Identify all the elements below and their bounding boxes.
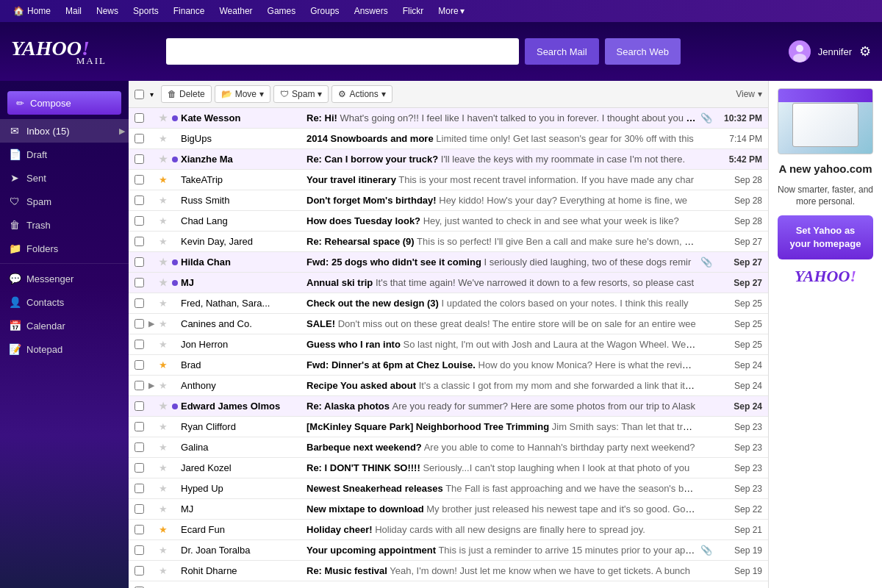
email-checkbox[interactable]	[135, 196, 144, 205]
sidebar-item-calendar[interactable]: 📅 Calendar	[0, 314, 129, 337]
nav-weather[interactable]: Weather	[213, 0, 258, 22]
sidebar-item-draft[interactable]: 📄 Draft	[0, 143, 129, 166]
star-icon[interactable]: ★	[159, 545, 169, 556]
star-icon[interactable]: ★	[159, 524, 169, 535]
star-icon[interactable]: ★	[159, 359, 169, 370]
star-icon[interactable]: ★	[159, 565, 169, 576]
star-icon[interactable]: ★	[159, 503, 169, 514]
email-checkbox[interactable]	[135, 525, 144, 534]
email-checkbox[interactable]	[135, 545, 144, 555]
sidebar-item-trash[interactable]: 🗑 Trash	[0, 213, 129, 237]
delete-button[interactable]: 🗑 Delete	[161, 85, 212, 103]
email-checkbox[interactable]	[135, 113, 144, 123]
expand-icon[interactable]: ▶	[119, 126, 125, 136]
email-row[interactable]: ★ Galina Barbeque next weekend? Are you …	[129, 437, 768, 458]
nav-sports[interactable]: Sports	[127, 0, 165, 22]
email-row[interactable]: ★ Kate Wesson Re: Hi! What's going on?!!…	[129, 108, 768, 129]
email-checkbox[interactable]	[135, 175, 144, 184]
star-icon[interactable]: ★	[159, 442, 169, 453]
email-checkbox[interactable]	[135, 298, 144, 308]
star-icon[interactable]: ★	[159, 112, 169, 123]
nav-games[interactable]: Games	[262, 0, 302, 22]
email-checkbox[interactable]	[135, 401, 144, 411]
sidebar-item-notepad[interactable]: 📝 Notepad	[0, 337, 129, 361]
sidebar-item-contacts[interactable]: 👤 Contacts	[0, 290, 129, 314]
email-row[interactable]: ★ Jon Herron Guess who I ran into So las…	[129, 334, 768, 355]
email-row[interactable]: ★ BigUps 2014 Snowboards and more Limite…	[129, 129, 768, 149]
spam-button[interactable]: 🛡 Spam ▾	[273, 85, 329, 103]
email-row[interactable]: ★ MJ New mixtape to download My brother …	[129, 499, 768, 520]
email-row[interactable]: ★ Brad Fwd: Dinner's at 6pm at Chez Loui…	[129, 355, 768, 376]
nav-flickr[interactable]: Flickr	[397, 0, 430, 22]
email-checkbox[interactable]	[135, 278, 144, 287]
sidebar-item-inbox[interactable]: ✉ Inbox (15) ▶	[0, 119, 129, 143]
star-icon[interactable]: ★	[159, 483, 169, 494]
nav-news[interactable]: News	[90, 0, 124, 22]
star-icon[interactable]: ★	[159, 339, 169, 350]
actions-button[interactable]: ⚙ Actions ▾	[331, 85, 392, 103]
star-icon[interactable]: ★	[159, 277, 169, 288]
email-row[interactable]: ★ Bian Jiang Thank you Hey buddy, I just…	[129, 581, 768, 588]
sidebar-item-spam[interactable]: 🛡 Spam	[0, 190, 129, 213]
star-icon[interactable]: ★	[159, 421, 169, 432]
email-checkbox[interactable]	[135, 484, 144, 493]
compose-button[interactable]: ✏ Compose	[7, 91, 121, 115]
email-checkbox[interactable]	[135, 504, 144, 514]
email-row[interactable]: ★ Chad Lang How does Tuesday look? Hey, …	[129, 211, 768, 232]
email-row[interactable]: ★ Hyped Up Newest Sneakerhead releases T…	[129, 478, 768, 499]
nav-finance[interactable]: Finance	[168, 0, 211, 22]
email-row[interactable]: ▶ ★ Anthony Recipe You asked about It's …	[129, 376, 768, 396]
email-row[interactable]: ★ MJ Annual ski trip It's that time agai…	[129, 273, 768, 293]
star-icon[interactable]: ★	[159, 174, 169, 185]
email-checkbox[interactable]	[135, 340, 144, 349]
search-input[interactable]	[166, 38, 519, 65]
nav-more[interactable]: More ▾	[432, 0, 470, 22]
email-checkbox[interactable]	[135, 237, 144, 246]
set-homepage-button[interactable]: Set Yahoo as your homepage	[778, 215, 873, 259]
star-icon[interactable]: ★	[159, 236, 169, 247]
email-row[interactable]: ★ Kevin Day, Jared Re: Rehearsal space (…	[129, 232, 768, 252]
email-checkbox[interactable]	[135, 463, 144, 473]
star-icon[interactable]: ★	[159, 462, 169, 473]
star-icon[interactable]: ★	[159, 215, 169, 226]
email-checkbox[interactable]	[135, 216, 144, 226]
email-row[interactable]: ★ TakeATrip Your travel itinerary This i…	[129, 170, 768, 190]
nav-home[interactable]: 🏠 Home	[7, 0, 57, 22]
select-all-checkbox[interactable]	[135, 90, 144, 99]
settings-button[interactable]: ⚙	[859, 43, 871, 60]
email-checkbox[interactable]	[135, 381, 144, 390]
email-row[interactable]: ★ Jared Kozel Re: I DON'T THINK SO!!!! S…	[129, 458, 768, 478]
dropdown-arrow-icon[interactable]: ▾	[150, 90, 154, 98]
email-row[interactable]: ★ Rohit Dharne Re: Music festival Yeah, …	[129, 561, 768, 581]
search-mail-button[interactable]: Search Mail	[525, 38, 599, 65]
email-row[interactable]: ★ Ryan Clifford [McKinley Square Park] N…	[129, 417, 768, 437]
star-icon[interactable]: ★	[159, 195, 169, 206]
email-checkbox[interactable]	[135, 319, 144, 329]
email-row[interactable]: ★ Dr. Joan Toralba Your upcoming appoint…	[129, 540, 768, 561]
email-row[interactable]: ★ Edward James Olmos Re: Alaska photos A…	[129, 396, 768, 417]
search-web-button[interactable]: Search Web	[605, 38, 681, 65]
star-icon[interactable]: ★	[159, 298, 169, 309]
email-checkbox[interactable]	[135, 566, 144, 576]
email-checkbox[interactable]	[135, 360, 144, 370]
nav-mail[interactable]: Mail	[60, 0, 87, 22]
email-row[interactable]: ▶ ★ Canines and Co. SALE! Don't miss out…	[129, 314, 768, 334]
email-checkbox[interactable]	[135, 154, 144, 164]
email-row[interactable]: ★ Fred, Nathan, Sara... Check out the ne…	[129, 293, 768, 314]
email-checkbox[interactable]	[135, 134, 144, 143]
email-row[interactable]: ★ Russ Smith Don't forget Mom's birthday…	[129, 190, 768, 211]
email-row[interactable]: ★ Xianzhe Ma Re: Can I borrow your truck…	[129, 149, 768, 170]
star-icon[interactable]: ★	[159, 257, 169, 268]
star-icon[interactable]: ★	[159, 318, 169, 329]
star-icon[interactable]: ★	[159, 154, 169, 165]
star-icon[interactable]: ★	[159, 380, 169, 391]
email-checkbox[interactable]	[135, 257, 144, 267]
sidebar-item-folders[interactable]: 📁 Folders	[0, 237, 129, 260]
email-checkbox[interactable]	[135, 442, 144, 452]
email-row[interactable]: ★ Ecard Fun Holiday cheer! Holiday cards…	[129, 520, 768, 540]
star-icon[interactable]: ★	[159, 401, 169, 412]
move-button[interactable]: 📂 Move ▾	[215, 85, 270, 103]
email-checkbox[interactable]	[135, 422, 144, 431]
nav-groups[interactable]: Groups	[304, 0, 345, 22]
star-icon[interactable]: ★	[159, 133, 169, 144]
